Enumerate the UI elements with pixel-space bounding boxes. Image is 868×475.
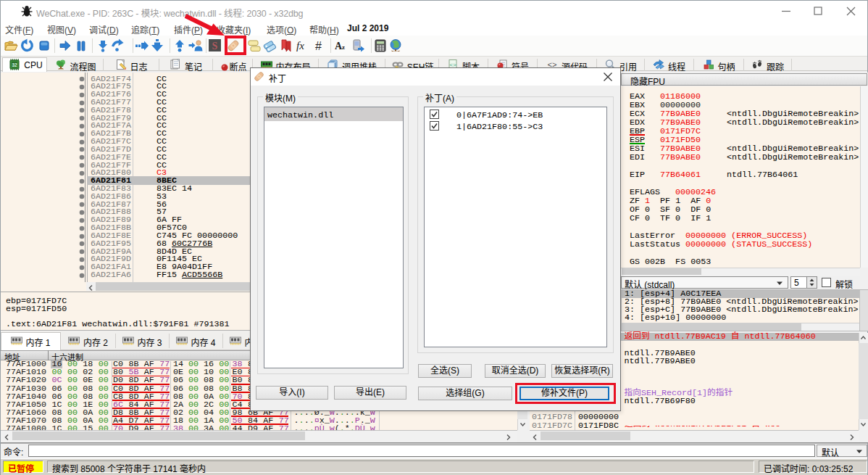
svg-text:S: S [212,41,218,51]
svg-text:#: # [315,40,322,52]
svg-text:z: z [342,44,345,51]
svg-text:32: 32 [12,62,18,67]
svg-text:fx: fx [296,40,304,51]
